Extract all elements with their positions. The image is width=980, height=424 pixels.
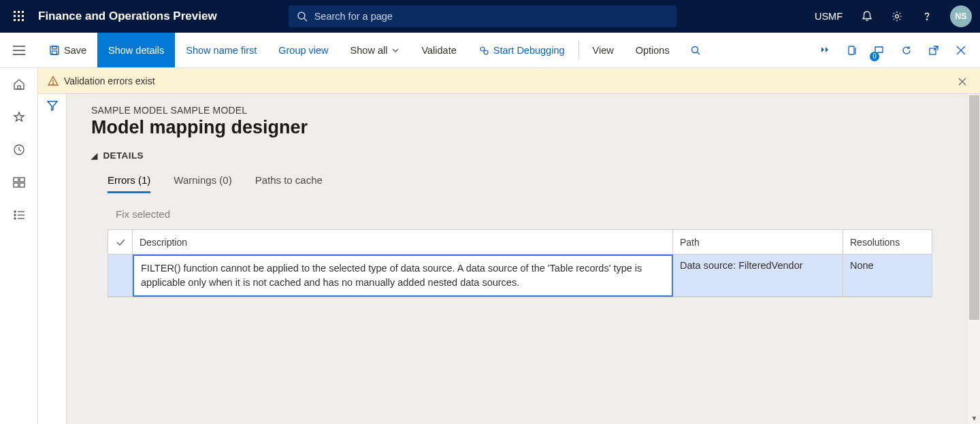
show-all-dropdown[interactable]: Show all bbox=[340, 33, 411, 67]
svg-rect-26 bbox=[849, 46, 854, 54]
svg-marker-33 bbox=[14, 112, 24, 121]
col-path[interactable]: Path bbox=[673, 230, 843, 255]
chevron-down-icon bbox=[391, 46, 399, 54]
collapse-icon: ◢ bbox=[91, 151, 97, 161]
svg-point-47 bbox=[52, 83, 53, 84]
svg-line-23 bbox=[697, 52, 700, 54]
warning-icon bbox=[48, 76, 59, 86]
svg-point-22 bbox=[691, 46, 698, 52]
svg-line-21 bbox=[484, 50, 485, 51]
view-button[interactable]: View bbox=[582, 33, 625, 67]
banner-close-icon[interactable] bbox=[957, 74, 973, 90]
tab-warnings[interactable]: Warnings (0) bbox=[174, 174, 231, 193]
find-button[interactable] bbox=[681, 33, 710, 67]
action-bar: Save Show details Show name first Group … bbox=[0, 33, 980, 68]
page-title: Model mapping designer bbox=[91, 117, 980, 138]
table-row[interactable]: FILTER() function cannot be applied to t… bbox=[108, 255, 932, 297]
search-input[interactable]: Search for a page bbox=[289, 5, 676, 27]
settings-icon[interactable] bbox=[882, 0, 912, 33]
svg-rect-32 bbox=[18, 86, 20, 89]
svg-rect-35 bbox=[14, 178, 18, 182]
svg-rect-4 bbox=[18, 15, 20, 17]
rail-modules-icon[interactable] bbox=[5, 206, 33, 225]
svg-marker-50 bbox=[48, 101, 57, 110]
svg-point-9 bbox=[298, 12, 305, 19]
close-icon[interactable] bbox=[947, 46, 975, 55]
svg-rect-38 bbox=[20, 183, 24, 187]
popout-icon[interactable] bbox=[920, 45, 947, 56]
rail-home-icon[interactable] bbox=[5, 75, 33, 94]
action-icon-1[interactable] bbox=[811, 45, 838, 56]
row-checkbox[interactable] bbox=[108, 255, 133, 297]
vertical-scrollbar[interactable]: ▼ bbox=[968, 95, 980, 424]
cell-description[interactable]: FILTER() function cannot be applied to t… bbox=[133, 255, 673, 297]
svg-rect-6 bbox=[14, 19, 16, 21]
messages-badge: 0 bbox=[870, 52, 879, 61]
svg-rect-8 bbox=[22, 19, 24, 21]
select-all-checkbox[interactable] bbox=[108, 230, 133, 255]
svg-rect-36 bbox=[20, 178, 24, 182]
company-label[interactable]: USMF bbox=[805, 11, 852, 22]
breadcrumb: SAMPLE MODEL SAMPLE MODEL bbox=[91, 105, 980, 116]
svg-rect-0 bbox=[14, 11, 16, 13]
nav-toggle-icon[interactable] bbox=[0, 33, 38, 67]
svg-rect-37 bbox=[14, 183, 18, 187]
svg-rect-18 bbox=[52, 51, 57, 54]
svg-rect-1 bbox=[18, 11, 20, 13]
search-placeholder: Search for a page bbox=[314, 11, 393, 22]
tab-paths[interactable]: Paths to cache bbox=[255, 174, 323, 193]
notifications-icon[interactable] bbox=[852, 0, 882, 33]
app-launcher-icon[interactable] bbox=[0, 0, 38, 33]
scrollbar-thumb[interactable] bbox=[969, 95, 979, 320]
left-rail bbox=[0, 68, 38, 424]
start-debugging-button[interactable]: Start Debugging bbox=[468, 33, 576, 67]
save-button[interactable]: Save bbox=[38, 33, 97, 67]
col-resolutions[interactable]: Resolutions bbox=[843, 230, 932, 255]
svg-rect-7 bbox=[18, 19, 20, 21]
svg-marker-25 bbox=[826, 47, 828, 52]
refresh-icon[interactable] bbox=[893, 45, 920, 56]
save-icon bbox=[49, 45, 60, 56]
svg-point-39 bbox=[14, 211, 16, 212]
tab-errors[interactable]: Errors (1) bbox=[108, 174, 150, 193]
errors-grid: Description Path Resolutions FILTER() fu… bbox=[108, 229, 932, 297]
details-header[interactable]: ◢ DETAILS bbox=[91, 150, 980, 161]
banner-text: Validation errors exist bbox=[64, 76, 155, 86]
rail-workspaces-icon[interactable] bbox=[5, 173, 33, 192]
messages-icon[interactable]: 0 bbox=[866, 45, 893, 56]
debug-icon bbox=[478, 45, 489, 56]
group-view-button[interactable]: Group view bbox=[267, 33, 339, 67]
svg-point-43 bbox=[14, 218, 16, 219]
options-button[interactable]: Options bbox=[625, 33, 681, 67]
cell-resolutions: None bbox=[843, 255, 932, 297]
col-description[interactable]: Description bbox=[133, 230, 673, 255]
filter-icon[interactable] bbox=[46, 99, 59, 424]
svg-rect-3 bbox=[14, 15, 16, 17]
cell-path: Data source: FilteredVendor bbox=[673, 255, 843, 297]
svg-line-10 bbox=[304, 18, 307, 21]
rail-favorites-icon[interactable] bbox=[5, 108, 33, 127]
svg-point-11 bbox=[896, 15, 899, 18]
separator bbox=[578, 41, 579, 59]
help-icon[interactable] bbox=[912, 0, 942, 33]
app-title: Finance and Operations Preview bbox=[38, 10, 238, 23]
svg-point-12 bbox=[926, 19, 927, 20]
scroll-down-icon[interactable]: ▼ bbox=[968, 412, 980, 424]
validation-banner: Validation errors exist bbox=[38, 68, 980, 94]
validate-button[interactable]: Validate bbox=[410, 33, 467, 67]
attachments-icon[interactable] bbox=[838, 45, 866, 56]
search-icon bbox=[690, 45, 701, 56]
svg-rect-16 bbox=[50, 46, 59, 54]
top-bar: Finance and Operations Preview Search fo… bbox=[0, 0, 980, 33]
svg-point-41 bbox=[14, 214, 16, 216]
rail-recent-icon[interactable] bbox=[5, 140, 33, 159]
avatar[interactable]: NS bbox=[950, 5, 972, 27]
show-details-button[interactable]: Show details bbox=[97, 33, 175, 67]
svg-marker-24 bbox=[821, 47, 824, 52]
show-name-first-button[interactable]: Show name first bbox=[175, 33, 267, 67]
fix-selected-button: Fix selected bbox=[116, 208, 980, 220]
svg-rect-17 bbox=[52, 46, 56, 49]
svg-rect-5 bbox=[22, 15, 24, 17]
svg-rect-2 bbox=[22, 11, 24, 13]
